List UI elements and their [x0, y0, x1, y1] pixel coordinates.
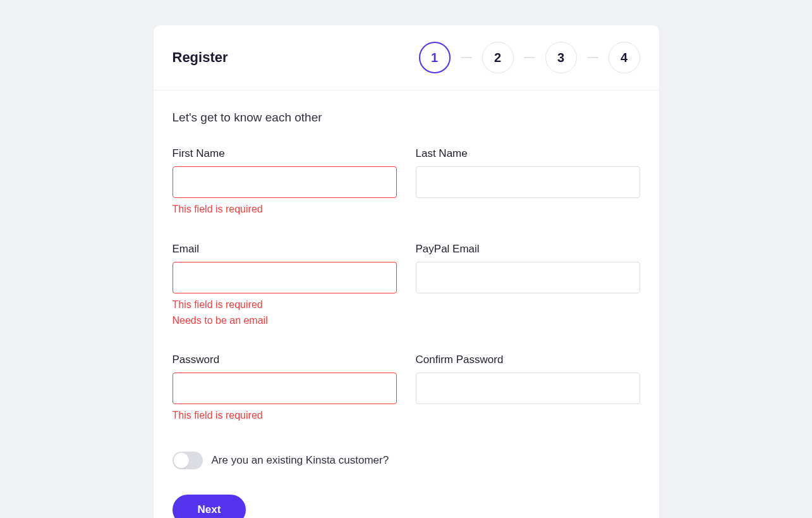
step-indicator: 1 2 3 4	[419, 42, 640, 73]
password-error: This field is required	[173, 408, 397, 424]
first-name-input[interactable]	[173, 166, 397, 198]
email-error-line: This field is required	[173, 297, 397, 313]
email-label: Email	[173, 243, 397, 256]
step-separator	[587, 57, 598, 58]
form-grid: First Name This field is required Last N…	[173, 147, 640, 424]
confirm-password-field-group: Confirm Password	[416, 354, 640, 424]
toggle-knob	[174, 453, 189, 468]
step-3[interactable]: 3	[545, 42, 577, 73]
step-separator	[524, 57, 535, 58]
first-name-error: This field is required	[173, 202, 397, 218]
last-name-label: Last Name	[416, 147, 640, 160]
step-4[interactable]: 4	[609, 42, 640, 73]
register-card: Register 1 2 3 4 Let's get to know each …	[154, 25, 659, 518]
password-label: Password	[173, 354, 397, 366]
paypal-email-field-group: PayPal Email	[416, 243, 640, 329]
email-field-group: Email This field is required Needs to be…	[173, 243, 397, 329]
card-header: Register 1 2 3 4	[154, 25, 659, 90]
password-input[interactable]	[173, 373, 397, 404]
first-name-field-group: First Name This field is required	[173, 147, 397, 218]
existing-customer-toggle[interactable]	[173, 452, 203, 469]
paypal-email-input[interactable]	[416, 262, 640, 293]
existing-customer-row: Are you an existing Kinsta customer?	[173, 452, 640, 469]
paypal-email-label: PayPal Email	[416, 243, 640, 256]
first-name-label: First Name	[173, 147, 397, 160]
step-separator	[461, 57, 472, 58]
card-body: Let's get to know each other First Name …	[154, 90, 659, 518]
email-error: This field is required Needs to be an em…	[173, 297, 397, 329]
confirm-password-input[interactable]	[416, 373, 640, 404]
email-input[interactable]	[173, 262, 397, 293]
step-1[interactable]: 1	[419, 42, 451, 73]
step-2[interactable]: 2	[482, 42, 514, 73]
subtitle: Let's get to know each other	[173, 111, 640, 125]
last-name-input[interactable]	[416, 166, 640, 198]
password-field-group: Password This field is required	[173, 354, 397, 424]
email-error-line: Needs to be an email	[173, 313, 397, 329]
existing-customer-label: Are you an existing Kinsta customer?	[212, 454, 389, 467]
confirm-password-label: Confirm Password	[416, 354, 640, 366]
next-button[interactable]: Next	[173, 495, 246, 518]
last-name-field-group: Last Name	[416, 147, 640, 218]
page-title: Register	[173, 49, 228, 66]
